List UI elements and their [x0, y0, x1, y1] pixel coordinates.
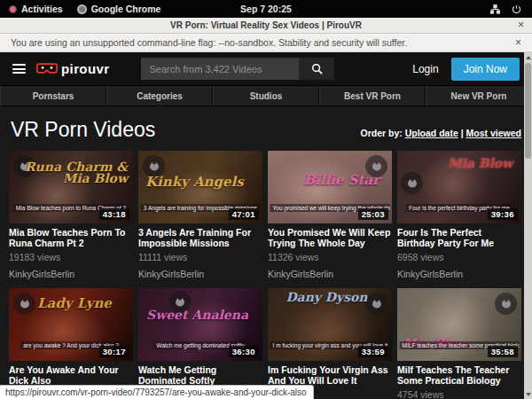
- tab-title: VR Porn: Virtual Reality Sex Videos | Pi…: [0, 20, 532, 30]
- status-bar-url: https://pirouvr.com/vr-porn-video/779325…: [0, 385, 314, 399]
- search-button[interactable]: [299, 58, 334, 80]
- thumbnail-overlay-title: Lady Lyne: [37, 297, 112, 309]
- join-now-button[interactable]: Join Now: [451, 58, 520, 81]
- studio-link[interactable]: KinkyGirlsBerlin: [397, 269, 521, 279]
- video-card[interactable]: Kinky Angels 3 Angels are training for i…: [138, 151, 262, 279]
- studio-cat-mask-icon: [13, 293, 35, 315]
- video-thumbnail[interactable]: Runa Charm & Mia Blow Mia Blow teaches p…: [9, 151, 133, 223]
- video-title[interactable]: Are You Awake And Your Dick Also: [9, 365, 133, 386]
- video-card[interactable]: Runa Charm & Mia Blow Mia Blow teaches p…: [9, 151, 133, 279]
- video-card[interactable]: Sweet Analena Watch me getting dominated…: [138, 288, 262, 399]
- duration-badge: 30:17: [99, 346, 129, 357]
- video-thumbnail[interactable]: Dany Dyson I m fucking your virgin ass a…: [268, 288, 392, 361]
- nav-item-studios[interactable]: Studios: [213, 86, 319, 106]
- duration-badge: 36:30: [229, 346, 259, 357]
- login-link[interactable]: Login: [412, 63, 438, 75]
- search-box: [141, 58, 334, 80]
- duration-badge: 35:58: [488, 346, 518, 357]
- chrome-app-icon: [77, 4, 87, 14]
- nav-item-new-vr-porn[interactable]: New VR Porn: [426, 86, 532, 106]
- studio-cat-mask-icon: [495, 293, 517, 315]
- order-most-viewed-link[interactable]: Most viewed: [466, 128, 521, 138]
- video-thumbnail[interactable]: Sweet Analena Watch me getting dominated…: [138, 288, 262, 361]
- page-heading-row: VR Porn Videos Order by: Upload date | M…: [0, 106, 532, 151]
- video-title[interactable]: Milf Teaches The Teacher Some Practical …: [397, 365, 521, 386]
- menu-hamburger-icon[interactable]: [12, 64, 26, 74]
- activities-label: Activities: [21, 4, 63, 14]
- page-viewport: pirouvr Login Join Now Pornstars Categor…: [0, 52, 532, 399]
- chrome-infobar: You are using an unsupported command-lin…: [0, 34, 532, 52]
- video-title[interactable]: 3 Angels Are Training For Impossible Mis…: [138, 228, 262, 248]
- video-title[interactable]: You Promised We Will Keep Trying The Who…: [268, 228, 392, 248]
- activities-button[interactable]: Activities: [9, 4, 63, 14]
- studio-link[interactable]: KinkyGirlsBerlin: [138, 269, 262, 279]
- browser-title-bar: VR Porn: Virtual Reality Sex Videos | Pi…: [0, 18, 532, 34]
- view-count: 4754 views: [397, 389, 521, 399]
- thumbnail-overlay-title: Runa Charm & Mia Blow: [10, 161, 128, 185]
- thumbnail-overlay-title: Billie Star: [303, 174, 379, 186]
- view-count: 6958 views: [397, 252, 521, 262]
- studio-link[interactable]: KinkyGirlsBerlin: [9, 269, 133, 279]
- search-input[interactable]: [141, 58, 299, 80]
- studio-cat-mask-icon: [401, 172, 423, 194]
- video-title[interactable]: Watch Me Getting Dominated Softly: [138, 365, 262, 386]
- video-card[interactable]: Mia Blow Four is the perfect birthday pa…: [397, 151, 521, 279]
- duration-badge: 47:01: [229, 208, 259, 220]
- infobar-close-icon[interactable]: ×: [515, 36, 521, 49]
- nav-item-categories[interactable]: Categories: [106, 86, 213, 106]
- search-icon: [311, 63, 323, 74]
- order-by-controls: Order by: Upload date | Most viewed: [360, 128, 521, 138]
- video-title[interactable]: Mia Blow Teaches Porn To Runa Charm Pt 2: [9, 228, 133, 248]
- recording-indicator-icon: [9, 5, 17, 13]
- duration-badge: 43:18: [99, 208, 129, 220]
- network-tray-icon[interactable]: [490, 4, 500, 14]
- power-menu-icon[interactable]: [512, 4, 521, 14]
- duration-badge: 39:36: [488, 208, 518, 220]
- site-logo[interactable]: pirouvr: [36, 61, 109, 76]
- system-top-bar: Activities Google Chrome Sep 7 20:25: [0, 0, 532, 18]
- video-grid: Runa Charm & Mia Blow Mia Blow teaches p…: [0, 151, 532, 399]
- main-nav: Pornstars Categories Studios Best VR Por…: [0, 85, 532, 106]
- order-by-label: Order by:: [360, 128, 402, 138]
- video-title[interactable]: Four Is The Perfect Birthday Party For M…: [397, 228, 521, 248]
- video-thumbnail[interactable]: Lady Lyne are you awake ? And your dick …: [9, 288, 133, 361]
- duration-badge: 33:59: [358, 346, 388, 357]
- site-header: pirouvr Login Join Now: [0, 52, 532, 85]
- scroll-up-arrow-icon[interactable]: [524, 56, 532, 59]
- video-thumbnail[interactable]: Billie Star You promised we will keep tr…: [268, 151, 392, 223]
- page-title: VR Porn Videos: [11, 118, 155, 141]
- infobar-message: You are using an unsupported command-lin…: [11, 37, 407, 48]
- logo-wordmark: pirouvr: [61, 61, 109, 76]
- scrollbar-thumb[interactable]: [525, 63, 531, 159]
- view-count: 11111 views: [138, 252, 262, 262]
- thumbnail-overlay-title: Kinky Angels: [145, 176, 244, 188]
- duration-badge: 25:03: [358, 208, 388, 220]
- video-title[interactable]: Im Fucking Your Virgin Ass And You Will …: [268, 365, 392, 386]
- focused-app-menu[interactable]: Google Chrome: [77, 4, 161, 14]
- video-card[interactable]: Lady Lyne are you awake ? And your dick …: [9, 288, 133, 399]
- close-window-icon[interactable]: ×: [518, 19, 524, 32]
- video-thumbnail[interactable]: Mia Blow MILF teaches the teacher some p…: [397, 288, 521, 361]
- nav-item-pornstars[interactable]: Pornstars: [0, 86, 106, 106]
- view-count: 19183 views: [9, 252, 133, 262]
- nav-item-best-vr-porn[interactable]: Best VR Porn: [319, 86, 426, 106]
- view-count: 11326 views: [268, 252, 392, 262]
- app-menu-label: Google Chrome: [91, 4, 161, 14]
- thumbnail-overlay-title: Mia Blow: [448, 158, 512, 169]
- video-thumbnail[interactable]: Mia Blow Four is the perfect birthday pa…: [397, 151, 521, 223]
- video-card[interactable]: Dany Dyson I m fucking your virgin ass a…: [268, 288, 392, 399]
- video-card[interactable]: Billie Star You promised we will keep tr…: [268, 151, 392, 279]
- scroll-down-arrow-icon[interactable]: [524, 393, 532, 396]
- scrollbar[interactable]: [524, 52, 532, 399]
- order-upload-date-link[interactable]: Upload date: [405, 128, 458, 138]
- video-thumbnail[interactable]: Kinky Angels 3 Angels are training for i…: [138, 151, 262, 223]
- vr-goggles-icon: [36, 62, 58, 75]
- video-card[interactable]: Mia Blow MILF teaches the teacher some p…: [397, 288, 521, 399]
- order-separator: |: [461, 128, 464, 138]
- studio-link[interactable]: KinkyGirlsBerlin: [268, 269, 392, 279]
- thumbnail-overlay-title: Sweet Analena: [138, 309, 256, 321]
- thumbnail-overlay-title: Dany Dyson: [268, 292, 386, 303]
